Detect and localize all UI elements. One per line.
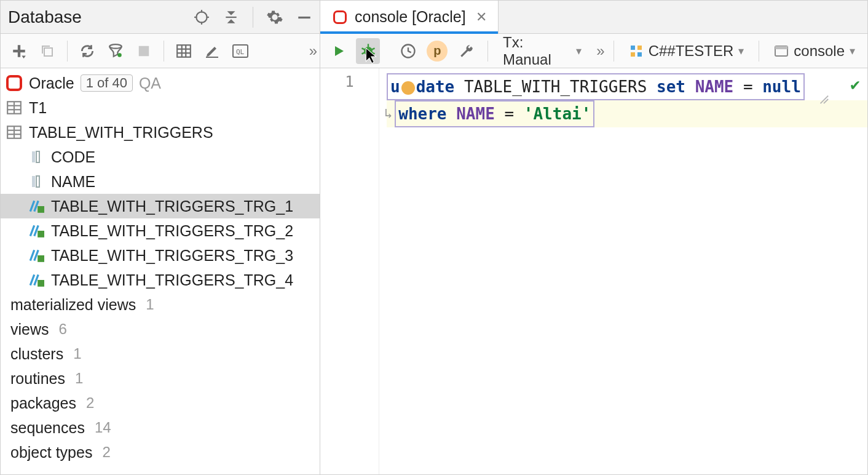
folder-views[interactable]: views 6 — [1, 317, 320, 341]
folder-clusters[interactable]: clusters 1 — [1, 341, 320, 366]
oracle-icon — [6, 74, 23, 92]
stop-button[interactable] — [132, 39, 156, 63]
svg-rect-18 — [206, 57, 218, 58]
trigger-label: TABLE_WITH_TRIGGERS_TRG_1 — [51, 198, 293, 215]
svg-line-43 — [371, 52, 374, 54]
trigger-2[interactable]: TABLE_WITH_TRIGGERS_TRG_2 — [1, 218, 320, 243]
trigger-4[interactable]: TABLE_WITH_TRIGGERS_TRG_4 — [1, 268, 320, 292]
more-icon[interactable]: » — [309, 42, 314, 60]
svg-rect-13 — [177, 45, 191, 57]
svg-rect-35 — [37, 255, 44, 262]
folder-label: packages — [10, 394, 76, 412]
sql-console-button[interactable]: QL — [228, 39, 253, 63]
table-twt[interactable]: TABLE_WITH_TRIGGERS — [1, 120, 320, 145]
database-tree[interactable]: Oracle 1 of 40 QA T1 TABLE_WITH_TRIGGERS — [1, 68, 320, 474]
resize-handle-icon[interactable] — [818, 87, 829, 111]
trigger-icon — [28, 222, 45, 239]
svg-point-0 — [196, 12, 207, 22]
tab-console[interactable]: console [Oracle] ✕ — [320, 1, 499, 33]
svg-point-11 — [117, 53, 122, 57]
status-ok-icon: ✔ — [850, 72, 860, 97]
edit-button[interactable] — [200, 39, 224, 63]
gutter: 1 — [320, 68, 379, 474]
svg-point-10 — [109, 44, 122, 49]
minimize-icon[interactable] — [294, 7, 315, 28]
folder-count: 1 — [75, 370, 83, 387]
collapse-icon[interactable] — [221, 7, 242, 28]
column-name[interactable]: NAME — [1, 169, 320, 194]
database-toolbar: QL » — [1, 34, 320, 68]
svg-point-37 — [364, 47, 373, 55]
svg-rect-46 — [637, 46, 642, 50]
column-label: NAME — [51, 173, 95, 191]
datasource-oracle[interactable]: Oracle 1 of 40 QA — [1, 71, 320, 95]
folder-routines[interactable]: routines 1 — [1, 366, 320, 391]
table-label: TABLE_WITH_TRIGGERS — [29, 124, 213, 142]
wrench-button[interactable] — [454, 38, 479, 64]
schema-dropdown[interactable]: C##TESTER ▾ — [623, 40, 751, 62]
profile-button[interactable]: p — [425, 38, 450, 64]
folder-count: 2 — [86, 394, 94, 412]
folder-matviews[interactable]: materialized views 1 — [1, 292, 320, 317]
folder-count: 2 — [102, 444, 110, 461]
more-icon[interactable]: » — [596, 42, 601, 60]
folder-label: sequences — [10, 419, 85, 437]
trigger-1[interactable]: TABLE_WITH_TRIGGERS_TRG_1 — [1, 194, 320, 218]
code-editor[interactable]: udate TABLE_WITH_TRIGGERS set NAME = nul… — [379, 68, 867, 474]
svg-rect-50 — [775, 46, 787, 49]
chevron-down-icon: ▾ — [850, 44, 855, 58]
oracle-icon — [331, 9, 349, 26]
folder-objtypes[interactable]: object types 2 — [1, 440, 320, 465]
svg-rect-12 — [139, 46, 149, 56]
trigger-label: TABLE_WITH_TRIGGERS_TRG_3 — [51, 247, 293, 265]
tx-label: Tx: Manual — [503, 34, 571, 68]
svg-rect-8 — [13, 49, 25, 52]
intention-bulb-icon[interactable] — [401, 81, 415, 95]
table-view-button[interactable] — [172, 39, 196, 63]
trigger-icon — [28, 247, 45, 264]
duplicate-button[interactable] — [35, 39, 60, 63]
trigger-label: TABLE_WITH_TRIGGERS_TRG_2 — [51, 222, 293, 240]
session-dropdown[interactable]: console ▾ — [768, 40, 861, 62]
debug-button[interactable] — [356, 38, 381, 64]
trigger-3[interactable]: TABLE_WITH_TRIGGERS_TRG_3 — [1, 243, 320, 268]
svg-rect-47 — [631, 52, 635, 57]
svg-line-41 — [371, 48, 374, 49]
editor-panel: console [Oracle] ✕ p — [320, 1, 867, 474]
tx-mode-dropdown[interactable]: Tx: Manual ▾ — [497, 31, 588, 71]
settings-icon[interactable] — [264, 7, 285, 28]
folder-count: 6 — [59, 321, 67, 338]
separator — [164, 41, 164, 62]
svg-rect-34 — [37, 231, 44, 238]
add-button[interactable] — [7, 39, 31, 63]
folder-label: clusters — [10, 345, 63, 363]
editor-area[interactable]: 1 udate TABLE_WITH_TRIGGERS set NAME = n… — [320, 68, 867, 474]
table-icon — [6, 99, 23, 116]
run-button[interactable] — [326, 38, 351, 64]
table-t1[interactable]: T1 — [1, 95, 320, 120]
target-icon[interactable] — [191, 7, 212, 28]
folder-packages[interactable]: packages 2 — [1, 391, 320, 415]
close-icon[interactable]: ✕ — [476, 9, 487, 25]
trigger-label: TABLE_WITH_TRIGGERS_TRG_4 — [51, 271, 293, 289]
folder-count: 1 — [73, 345, 81, 362]
history-button[interactable] — [396, 38, 420, 64]
svg-rect-29 — [32, 151, 35, 162]
svg-rect-9 — [44, 48, 52, 56]
chevron-down-icon: ▾ — [576, 44, 582, 58]
folder-count: 1 — [146, 296, 154, 313]
refresh-button[interactable] — [75, 39, 100, 63]
datasource-badge: 1 of 40 — [81, 74, 133, 92]
filter-button[interactable] — [103, 39, 128, 63]
editor-toolbar: p Tx: Manual ▾ » C##TESTER ▾ console ▾ — [320, 34, 867, 68]
folder-sequences[interactable]: sequences 14 — [1, 415, 320, 440]
tab-title: console [Oracle] — [355, 8, 466, 26]
separator — [253, 7, 253, 28]
svg-rect-33 — [37, 206, 44, 213]
database-panel: Database — [1, 1, 320, 474]
column-code[interactable]: CODE — [1, 145, 320, 169]
column-icon — [28, 173, 45, 190]
wrap-arrow-icon: ↳ — [384, 102, 392, 126]
datasource-tag: QA — [139, 74, 161, 92]
separator — [614, 41, 614, 62]
